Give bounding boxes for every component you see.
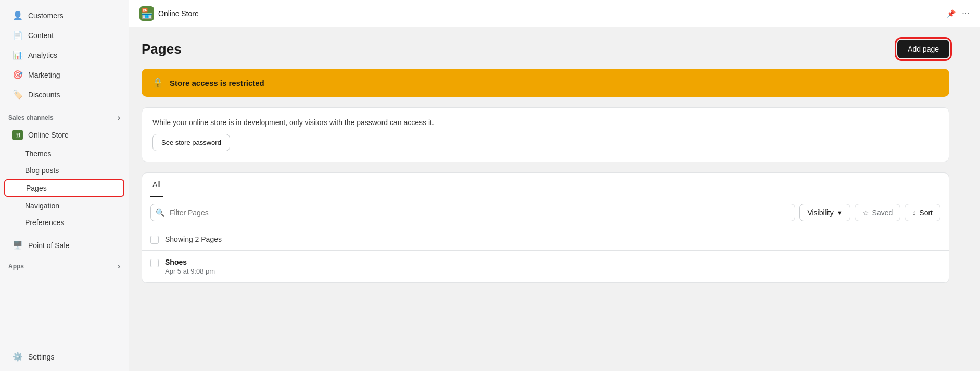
apps-section: Apps ›: [0, 255, 129, 273]
online-store-icon: ⊞: [12, 130, 23, 140]
sidebar-item-analytics-label: Analytics: [28, 51, 57, 59]
search-icon: 🔍: [156, 208, 164, 217]
table-row: Shoes Apr 5 at 9:08 pm: [142, 251, 949, 283]
sidebar-sub-item-navigation[interactable]: Navigation: [4, 198, 124, 214]
sidebar-item-point-of-sale[interactable]: 🖥️ Point of Sale: [4, 236, 124, 255]
sidebar-sub-item-themes[interactable]: Themes: [4, 146, 124, 162]
sidebar: 👤 Customers 📄 Content 📊 Analytics 🎯 Mark…: [0, 0, 129, 371]
analytics-icon: 📊: [12, 50, 23, 60]
pin-icon[interactable]: 📌: [947, 9, 956, 18]
content-area: Pages Add page 🔒 Store access is restric…: [129, 27, 962, 296]
sort-button[interactable]: ↕ Sort: [905, 204, 940, 221]
sidebar-item-discounts-label: Discounts: [28, 91, 60, 99]
sidebar-item-customers-label: Customers: [28, 11, 63, 20]
sidebar-item-analytics[interactable]: 📊 Analytics: [4, 45, 124, 65]
sidebar-item-discounts[interactable]: 🏷️ Discounts: [4, 85, 124, 104]
sidebar-sub-item-blog-posts[interactable]: Blog posts: [4, 163, 124, 178]
page-header: Pages Add page: [142, 40, 949, 58]
content-icon: 📄: [12, 30, 23, 40]
sidebar-item-settings[interactable]: ⚙️ Settings: [4, 347, 124, 366]
settings-icon: ⚙️: [12, 352, 23, 362]
sort-icon: ↕: [912, 208, 916, 217]
customers-icon: 👤: [12, 10, 23, 20]
apps-expand[interactable]: ›: [118, 262, 120, 271]
sidebar-item-content-label: Content: [28, 31, 54, 40]
page-row-title: Shoes: [165, 258, 215, 266]
chevron-down-icon: ▼: [837, 209, 843, 216]
visibility-label: Visibility: [807, 208, 833, 217]
showing-row: Showing 2 Pages: [142, 228, 949, 251]
marketing-icon: 🎯: [12, 70, 23, 80]
sales-channels-section: Sales channels ›: [0, 107, 129, 125]
sidebar-item-marketing-label: Marketing: [28, 71, 60, 79]
sidebar-item-customers[interactable]: 👤 Customers: [4, 6, 124, 25]
see-store-password-button[interactable]: See store password: [152, 134, 230, 151]
discounts-icon: 🏷️: [12, 90, 23, 100]
visibility-button[interactable]: Visibility ▼: [799, 204, 850, 221]
search-wrapper: 🔍: [150, 204, 795, 221]
add-page-button[interactable]: Add page: [897, 40, 949, 58]
sidebar-sub-item-pages[interactable]: Pages: [4, 179, 124, 197]
saved-label: Saved: [872, 208, 893, 217]
sidebar-item-content[interactable]: 📄 Content: [4, 26, 124, 45]
showing-label: Showing 2 Pages: [165, 235, 222, 243]
sidebar-sub-item-preferences[interactable]: Preferences: [4, 215, 124, 230]
filters-bar: 🔍 Visibility ▼ ☆ Saved ↕ Sort: [142, 197, 949, 228]
saved-button[interactable]: ☆ Saved: [855, 204, 901, 221]
tabs-bar: All: [142, 173, 949, 197]
row-details: Shoes Apr 5 at 9:08 pm: [165, 258, 215, 275]
top-bar: 🏪 Online Store 📌 ···: [129, 0, 980, 27]
alert-detail-text: While your online store is in developmen…: [152, 118, 938, 127]
lock-icon: 🔒: [152, 77, 163, 89]
filter-pages-input[interactable]: [150, 204, 795, 221]
sort-label: Sort: [919, 208, 933, 217]
sales-channels-expand[interactable]: ›: [118, 113, 120, 122]
alert-banner-text: Store access is restricted: [170, 79, 264, 88]
main-content: 🏪 Online Store 📌 ··· Pages Add page 🔒 St…: [129, 0, 980, 371]
store-icon: 🏪: [139, 6, 154, 21]
page-row-date: Apr 5 at 9:08 pm: [165, 267, 215, 275]
sidebar-item-online-store[interactable]: ⊞ Online Store: [4, 125, 124, 145]
sidebar-item-marketing[interactable]: 🎯 Marketing: [4, 65, 124, 84]
top-bar-left: 🏪 Online Store: [139, 6, 199, 21]
tab-all[interactable]: All: [150, 173, 163, 197]
star-icon: ☆: [862, 208, 869, 217]
page-title: Pages: [142, 41, 182, 57]
top-bar-right: 📌 ···: [947, 8, 970, 19]
pages-list: All 🔍 Visibility ▼ ☆ Saved ↕ Sort: [142, 172, 949, 283]
row-checkbox[interactable]: [150, 259, 159, 267]
select-all-checkbox[interactable]: [150, 236, 159, 244]
alert-details: While your online store is in developmen…: [142, 107, 949, 162]
more-menu-icon[interactable]: ···: [962, 8, 970, 19]
alert-banner: 🔒 Store access is restricted: [142, 69, 949, 97]
point-of-sale-icon: 🖥️: [12, 240, 23, 250]
store-name: Online Store: [158, 9, 199, 18]
